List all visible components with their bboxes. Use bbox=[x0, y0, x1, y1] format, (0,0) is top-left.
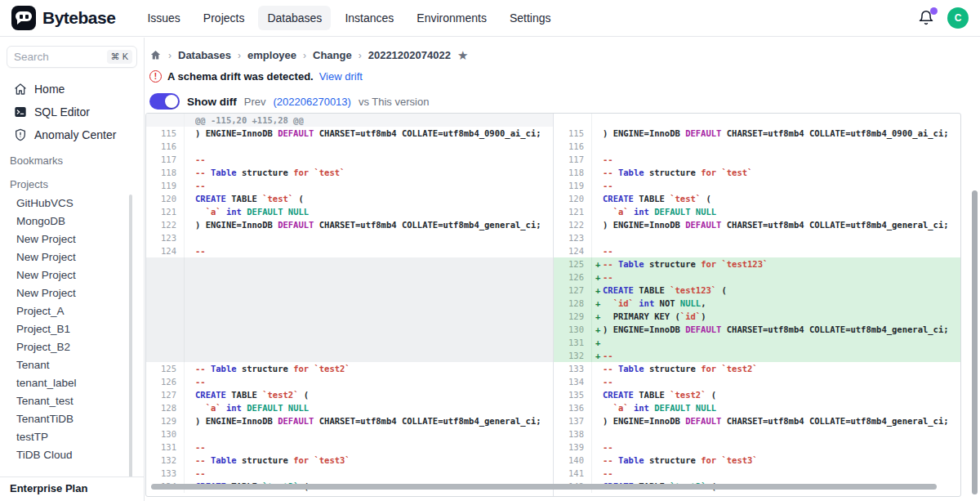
schema-drift-alert: ! A schema drift was detected. View drif… bbox=[145, 62, 980, 83]
sidebar-section-bookmarks[interactable]: Bookmarks bbox=[0, 146, 144, 170]
diff-placeholder-line bbox=[146, 310, 553, 323]
diff-line: 134-- bbox=[554, 375, 961, 388]
bytebase-app: Bytebase IssuesProjectsDatabasesInstance… bbox=[0, 0, 980, 501]
schema-diff-viewer: @@ -115,20 +115,28 @@115) ENGINE=InnoDB … bbox=[145, 113, 961, 497]
notification-bell-button[interactable] bbox=[918, 10, 934, 26]
brand[interactable]: Bytebase bbox=[11, 6, 115, 30]
diff-line: 126-- bbox=[146, 375, 553, 388]
shield-alert-icon bbox=[13, 128, 27, 142]
breadcrumb: › Databases › employee › Change › 202212… bbox=[145, 38, 980, 62]
diff-line: 129+ PRIMARY KEY (`id`) bbox=[554, 310, 961, 323]
breadcrumb-separator: › bbox=[303, 50, 306, 61]
diff-line: 119-- bbox=[146, 179, 553, 192]
diff-line: 118-- Table structure for `test` bbox=[554, 166, 961, 179]
project-item[interactable]: Project_A bbox=[0, 302, 144, 320]
sidebar-item-anomaly-center[interactable]: Anomaly Center bbox=[0, 123, 144, 146]
nav-item-settings[interactable]: Settings bbox=[501, 6, 560, 30]
diff-line: 135CREATE TABLE `test2` ( bbox=[554, 388, 961, 401]
diff-placeholder-line bbox=[146, 257, 553, 271]
project-item[interactable]: MongoDB bbox=[0, 212, 144, 230]
terminal-icon bbox=[13, 105, 27, 119]
diff-line: 139-- bbox=[554, 441, 961, 454]
project-item[interactable]: TiDB Cloud bbox=[0, 445, 144, 463]
project-item[interactable]: Tenant bbox=[0, 356, 144, 374]
diff-horizontal-scrollbar[interactable] bbox=[151, 484, 937, 490]
view-drift-link[interactable]: View drift bbox=[319, 70, 363, 83]
diff-toolbar: Show diff Prev (202206270013) vs This ve… bbox=[145, 83, 980, 110]
project-item[interactable]: New Project bbox=[0, 266, 144, 284]
prev-label: Prev bbox=[244, 96, 266, 108]
diff-placeholder-line bbox=[146, 284, 553, 297]
diff-line: 141-- bbox=[554, 467, 961, 480]
diff-line: 138 bbox=[554, 427, 961, 441]
vs-this-version-label: vs This version bbox=[359, 96, 429, 108]
diff-line: 121 `a` int DEFAULT NULL bbox=[554, 205, 961, 218]
breadcrumb-item-employee[interactable]: employee bbox=[247, 49, 296, 61]
breadcrumb-item-version[interactable]: 20221202074022 bbox=[368, 49, 451, 61]
project-item[interactable]: New Project bbox=[0, 284, 144, 302]
diff-placeholder-line bbox=[146, 336, 553, 349]
search-input[interactable]: Search ⌘ K bbox=[7, 46, 137, 68]
diff-hunk-header: @@ -115,20 +115,28 @@ bbox=[146, 114, 553, 127]
project-item[interactable]: Tenant_test bbox=[0, 391, 144, 409]
brand-name: Bytebase bbox=[42, 8, 115, 28]
diff-line: 140-- Table structure for `test3` bbox=[554, 454, 961, 467]
diff-placeholder-line bbox=[146, 323, 553, 336]
sidebar-item-label: Anomaly Center bbox=[34, 128, 116, 141]
diff-placeholder-line bbox=[146, 271, 553, 284]
breadcrumb-item-databases[interactable]: Databases bbox=[178, 49, 231, 61]
show-diff-toggle[interactable] bbox=[149, 93, 180, 110]
project-item[interactable]: tenant_label bbox=[0, 374, 144, 391]
sidebar-item-sql-editor[interactable]: SQL Editor bbox=[0, 101, 144, 123]
sidebar-scrollbar[interactable] bbox=[129, 195, 132, 489]
sidebar-item-home[interactable]: Home bbox=[0, 78, 144, 101]
search-shortcut-kbd: ⌘ K bbox=[107, 50, 132, 64]
diff-line: 132+-- bbox=[554, 349, 961, 362]
project-item[interactable]: Project_B2 bbox=[0, 338, 144, 356]
nav-item-projects[interactable]: Projects bbox=[194, 6, 254, 30]
diff-line: 128 `a` int DEFAULT NULL bbox=[146, 401, 553, 414]
project-item[interactable]: testTP bbox=[0, 427, 144, 445]
diff-line: 129) ENGINE=InnoDB DEFAULT CHARSET=utf8m… bbox=[146, 414, 553, 427]
diff-line: 120CREATE TABLE `test` ( bbox=[146, 192, 553, 205]
project-item[interactable]: New Project bbox=[0, 248, 144, 266]
prev-version-link[interactable]: (202206270013) bbox=[273, 96, 350, 108]
diff-line bbox=[554, 114, 961, 127]
project-item[interactable]: GitHubVCS bbox=[0, 194, 144, 212]
diff-line: 124-- bbox=[554, 244, 961, 257]
nav-item-environments[interactable]: Environments bbox=[408, 6, 496, 30]
diff-line: 133-- Table structure for `test2` bbox=[554, 362, 961, 375]
diff-line: 126+-- bbox=[554, 271, 961, 284]
nav-menu: IssuesProjectsDatabasesInstancesEnvironm… bbox=[138, 6, 559, 30]
star-icon[interactable]: ★ bbox=[457, 49, 468, 61]
diff-line: 116 bbox=[146, 140, 553, 153]
breadcrumb-item-change[interactable]: Change bbox=[313, 49, 352, 61]
diff-line: 122) ENGINE=InnoDB DEFAULT CHARSET=utf8m… bbox=[146, 218, 553, 231]
top-nav: Bytebase IssuesProjectsDatabasesInstance… bbox=[0, 0, 980, 37]
project-list: GitHubVCSMongoDBNew ProjectNew ProjectNe… bbox=[0, 194, 144, 463]
nav-item-issues[interactable]: Issues bbox=[138, 6, 189, 30]
diff-line: 122) ENGINE=InnoDB DEFAULT CHARSET=utf8m… bbox=[554, 218, 961, 231]
diff-line: 137) ENGINE=InnoDB DEFAULT CHARSET=utf8m… bbox=[554, 414, 961, 427]
home-icon bbox=[13, 83, 27, 96]
nav-item-databases[interactable]: Databases bbox=[258, 6, 331, 30]
diff-panel-previous: @@ -115,20 +115,28 @@115) ENGINE=InnoDB … bbox=[146, 114, 554, 496]
diff-line: 124-- bbox=[146, 244, 553, 257]
avatar[interactable]: C bbox=[947, 7, 969, 29]
diff-line: 116 bbox=[554, 140, 961, 153]
page-scrollbar[interactable] bbox=[972, 190, 978, 494]
nav-item-instances[interactable]: Instances bbox=[336, 6, 403, 30]
home-icon[interactable] bbox=[149, 49, 162, 61]
sidebar-section-projects[interactable]: Projects bbox=[0, 170, 144, 194]
diff-line: 131-- bbox=[146, 441, 553, 454]
project-item[interactable]: Project_B1 bbox=[0, 320, 144, 338]
plan-badge: Enterprise Plan bbox=[0, 476, 144, 501]
project-item[interactable]: New Project bbox=[0, 230, 144, 248]
notification-badge bbox=[930, 7, 938, 15]
search-placeholder: Search bbox=[14, 51, 107, 63]
sidebar-item-label: SQL Editor bbox=[34, 105, 90, 119]
diff-line: 121 `a` int DEFAULT NULL bbox=[146, 205, 553, 218]
project-item[interactable]: TenantTiDB bbox=[0, 409, 144, 427]
diff-line: 115) ENGINE=InnoDB DEFAULT CHARSET=utf8m… bbox=[146, 127, 553, 140]
diff-line: 132-- Table structure for `test3` bbox=[146, 454, 553, 467]
